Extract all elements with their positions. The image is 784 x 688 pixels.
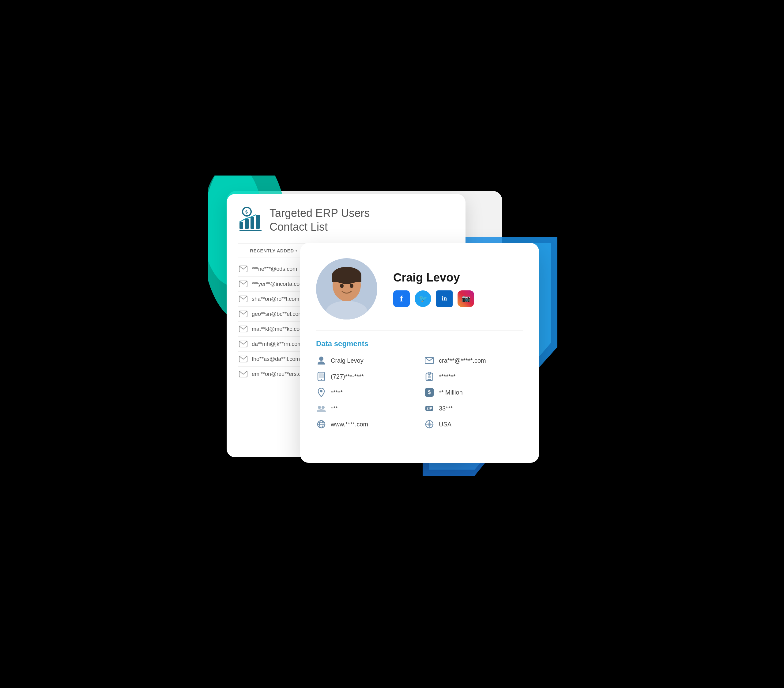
contact-location: *****: [331, 389, 343, 396]
contact-phone: (727)***-****: [331, 373, 364, 380]
data-item-group: ***: [316, 403, 415, 414]
card-header: $ Targeted ERP Users Contact List: [238, 206, 455, 234]
contact-website: www.****.com: [331, 421, 368, 428]
data-segments-title: Data segments: [316, 340, 523, 348]
profile-name: Craig Levoy: [393, 271, 523, 284]
email-icon: [239, 266, 247, 272]
email-icon: [239, 310, 247, 317]
contact-name: Craig Levoy: [331, 357, 364, 364]
profile-section: Craig Levoy f 🐦 in 📷: [316, 258, 523, 320]
email-icon: [239, 341, 247, 347]
data-item-badge: *******: [424, 371, 523, 382]
data-grid: Craig Levoy cra***@*****.com: [316, 355, 523, 429]
filter-recently-added-label: RECENTLY ADDED: [250, 248, 294, 253]
email-value: da**mh@jk**rm.com: [252, 341, 302, 347]
contact-zip: 33***: [439, 405, 453, 412]
profile-info: Craig Levoy f 🐦 in 📷: [393, 271, 523, 307]
chevron-down-icon: ▾: [295, 249, 297, 252]
id-badge-icon: [424, 371, 435, 382]
email-icon: [424, 355, 435, 366]
data-item-website: www.****.com: [316, 419, 415, 429]
svg-rect-5: [239, 222, 243, 229]
facebook-icon: f: [400, 294, 403, 304]
email-value: geo**sn@bc**el.com: [252, 311, 303, 317]
contact-email: cra***@*****.com: [439, 357, 486, 364]
zip-badge: ZIP: [425, 406, 434, 411]
contact-group: ***: [331, 405, 338, 412]
svg-rect-21: [332, 276, 361, 282]
data-item-location: *****: [316, 387, 415, 398]
email-value: tho**as@da**il.com: [252, 356, 300, 362]
detail-card: Craig Levoy f 🐦 in 📷: [300, 243, 539, 463]
zip-icon: ZIP: [424, 403, 435, 414]
svg-rect-29: [319, 373, 324, 378]
logo-icon: $: [238, 206, 262, 231]
facebook-button[interactable]: f: [393, 290, 410, 307]
svg-rect-8: [256, 215, 260, 229]
email-value: ***yer**@incorta.com: [252, 281, 304, 287]
instagram-icon: 📷: [462, 295, 470, 303]
svg-rect-34: [428, 379, 431, 380]
title-line2: Contact List: [270, 220, 370, 234]
contact-id: *******: [439, 373, 455, 380]
email-icon: [239, 371, 247, 378]
scene: $ Targeted ERP Users Contact List RECENT…: [208, 175, 576, 513]
svg-point-33: [428, 375, 431, 378]
instagram-button[interactable]: 📷: [458, 290, 474, 307]
data-item-country: USA: [424, 419, 523, 429]
email-value: mat**kl@me**kc.com: [252, 326, 304, 332]
card-title: Targeted ERP Users Contact List: [270, 206, 370, 234]
data-item-email: cra***@*****.com: [424, 355, 523, 366]
social-icons: f 🐦 in 📷: [393, 290, 523, 307]
svg-point-25: [350, 284, 353, 288]
person-icon: [316, 355, 326, 366]
svg-point-37: [321, 406, 324, 409]
globe-icon: [316, 419, 326, 429]
avatar-image: [316, 258, 377, 320]
filter-recently-added[interactable]: RECENTLY ADDED ▾: [238, 244, 310, 257]
twitter-button[interactable]: 🐦: [415, 290, 431, 307]
title-line1: Targeted ERP Users: [270, 206, 370, 220]
svg-point-30: [321, 379, 322, 380]
avatar: [316, 258, 377, 320]
email-value: sha**on@ro**t.com: [252, 296, 299, 302]
linkedin-icon: in: [442, 295, 447, 302]
phone-icon: [316, 371, 326, 382]
email-icon: [239, 295, 247, 302]
dollar-badge: $: [425, 388, 434, 397]
dollar-icon: $: [424, 387, 435, 398]
email-icon: [239, 326, 247, 332]
svg-point-36: [318, 406, 321, 409]
linkedin-button[interactable]: in: [436, 290, 453, 307]
svg-rect-6: [245, 219, 249, 229]
svg-text:$: $: [245, 210, 248, 214]
data-item-phone: (727)***-****: [316, 371, 415, 382]
contact-revenue: ** Million: [439, 389, 463, 396]
data-item-name: Craig Levoy: [316, 355, 415, 366]
data-item-zip: ZIP 33***: [424, 403, 523, 414]
email-icon: [239, 280, 247, 287]
contact-country: USA: [439, 421, 451, 428]
svg-rect-7: [250, 217, 254, 229]
twitter-icon: 🐦: [419, 295, 427, 303]
flag-icon: [424, 419, 435, 429]
email-icon: [239, 356, 247, 362]
group-icon: [316, 403, 326, 414]
email-value: ***ne***@ods.com: [252, 266, 297, 272]
svg-point-35: [320, 390, 323, 393]
svg-point-26: [319, 356, 323, 361]
divider: [316, 330, 523, 331]
data-item-revenue: $ ** Million: [424, 387, 523, 398]
location-icon: [316, 387, 326, 398]
svg-point-24: [340, 284, 344, 288]
